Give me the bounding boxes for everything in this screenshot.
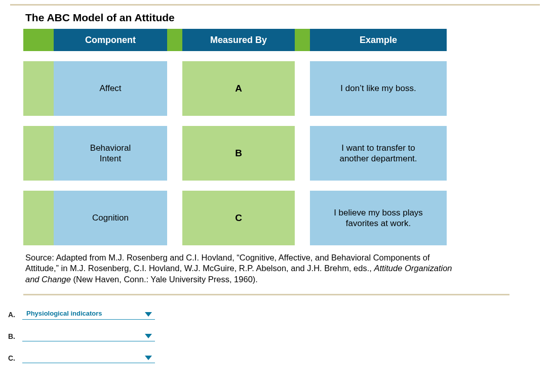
cell-component: Affect (54, 61, 167, 116)
table-row: Behavioral Intent B I want to transfer t… (23, 126, 509, 181)
answer-label: A. (8, 311, 22, 320)
answer-label: C. (8, 354, 22, 363)
chevron-down-icon (145, 356, 152, 361)
dropdown-selected-value: Physiological indicators (26, 310, 102, 317)
answer-row-c: C. (8, 354, 550, 363)
svg-marker-0 (145, 312, 152, 317)
table-header: Component Measured By Example (23, 29, 509, 51)
answer-block: A. Physiological indicators B. C. (8, 310, 550, 363)
chevron-down-icon (145, 334, 152, 339)
source-text-1: Source: Adapted from M.J. Rosenberg and … (25, 253, 430, 273)
figure-source: Source: Adapted from M.J. Rosenberg and … (25, 252, 461, 285)
svg-marker-2 (145, 356, 152, 360)
source-text-2: (New Haven, Conn.: Yale University Press… (71, 275, 258, 284)
row-stub (23, 191, 54, 245)
cell-component: Behavioral Intent (54, 126, 167, 181)
cell-measured-by: A (182, 61, 295, 116)
row-stub (23, 126, 54, 181)
header-measured-by: Measured By (182, 29, 295, 51)
answer-dropdown-a[interactable]: Physiological indicators (22, 310, 155, 320)
answer-row-b: B. (8, 332, 550, 341)
table-row: Affect A I don’t like my boss. (23, 61, 509, 116)
cell-measured-by: C (182, 191, 295, 245)
table-row: Cognition C I believe my boss plays favo… (23, 191, 509, 245)
header-stub (23, 29, 54, 51)
answer-dropdown-b[interactable] (22, 332, 155, 341)
answer-dropdown-c[interactable] (22, 354, 155, 363)
header-gap-1 (167, 29, 182, 51)
answer-label: B. (8, 332, 22, 341)
row-stub (23, 61, 54, 116)
top-divider (10, 4, 540, 6)
header-component: Component (54, 29, 167, 51)
figure-title: The ABC Model of an Attitude (25, 12, 509, 24)
svg-marker-1 (145, 334, 152, 338)
header-example: Example (310, 29, 447, 51)
cell-measured-by: B (182, 126, 295, 181)
answer-row-a: A. Physiological indicators (8, 310, 550, 320)
bottom-divider (23, 294, 509, 295)
cell-component: Cognition (54, 191, 167, 245)
cell-example: I don’t like my boss. (310, 61, 447, 116)
chevron-down-icon (145, 312, 152, 317)
cell-example: I want to transfer to another department… (310, 126, 447, 181)
abc-model-figure: The ABC Model of an Attitude Component M… (23, 12, 509, 295)
cell-example: I believe my boss plays favorites at wor… (310, 191, 447, 245)
header-gap-2 (295, 29, 310, 51)
